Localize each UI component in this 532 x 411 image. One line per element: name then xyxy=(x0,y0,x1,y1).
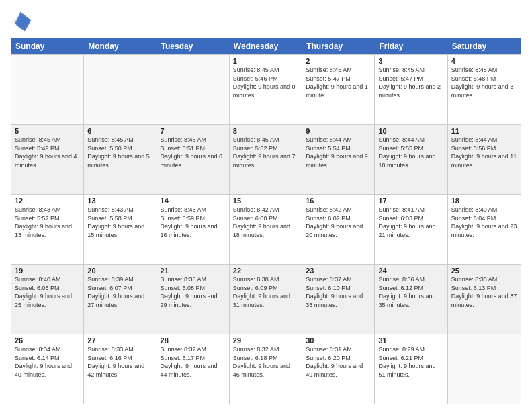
calendar-cell: 5Sunrise: 8:45 AMSunset: 5:49 PMDaylight… xyxy=(11,125,84,194)
day-number: 6 xyxy=(87,127,152,135)
day-number: 26 xyxy=(15,336,80,345)
day-number: 4 xyxy=(451,57,517,65)
calendar-row-1: 5Sunrise: 8:45 AMSunset: 5:49 PMDaylight… xyxy=(11,124,521,194)
cell-info: Sunrise: 8:45 AMSunset: 5:48 PMDaylight:… xyxy=(451,66,517,99)
calendar-cell: 21Sunrise: 8:38 AMSunset: 6:08 PMDayligh… xyxy=(157,265,230,334)
cell-info: Sunrise: 8:45 AMSunset: 5:46 PMDaylight:… xyxy=(233,66,298,99)
cell-info: Sunrise: 8:29 AMSunset: 6:21 PMDaylight:… xyxy=(378,345,443,379)
calendar-cell xyxy=(448,334,521,404)
calendar-cell: 7Sunrise: 8:45 AMSunset: 5:51 PMDaylight… xyxy=(157,125,230,194)
cell-info: Sunrise: 8:43 AMSunset: 5:57 PMDaylight:… xyxy=(15,205,80,239)
cell-info: Sunrise: 8:36 AMSunset: 6:12 PMDaylight:… xyxy=(378,275,443,309)
calendar-cell: 11Sunrise: 8:44 AMSunset: 5:56 PMDayligh… xyxy=(448,125,521,194)
cell-info: Sunrise: 8:32 AMSunset: 6:18 PMDaylight:… xyxy=(233,345,298,379)
header-day-sunday: Sunday xyxy=(11,38,84,54)
calendar-row-3: 19Sunrise: 8:40 AMSunset: 6:05 PMDayligh… xyxy=(11,264,521,334)
logo-icon xyxy=(11,11,32,32)
calendar-row-2: 12Sunrise: 8:43 AMSunset: 5:57 PMDayligh… xyxy=(11,194,521,264)
day-number: 24 xyxy=(378,267,443,275)
day-number: 30 xyxy=(306,336,371,345)
header-day-tuesday: Tuesday xyxy=(157,38,230,54)
calendar: SundayMondayTuesdayWednesdayThursdayFrid… xyxy=(11,38,521,404)
cell-info: Sunrise: 8:45 AMSunset: 5:52 PMDaylight:… xyxy=(233,136,298,169)
cell-info: Sunrise: 8:40 AMSunset: 6:05 PMDaylight:… xyxy=(15,275,80,309)
calendar-cell: 23Sunrise: 8:37 AMSunset: 6:10 PMDayligh… xyxy=(302,265,375,334)
calendar-cell: 18Sunrise: 8:40 AMSunset: 6:04 PMDayligh… xyxy=(448,195,521,264)
day-number: 20 xyxy=(87,267,152,275)
cell-info: Sunrise: 8:39 AMSunset: 6:07 PMDaylight:… xyxy=(87,275,152,309)
calendar-cell: 3Sunrise: 8:45 AMSunset: 5:47 PMDaylight… xyxy=(375,55,447,124)
calendar-cell: 20Sunrise: 8:39 AMSunset: 6:07 PMDayligh… xyxy=(84,265,157,334)
day-number: 1 xyxy=(233,57,298,65)
cell-info: Sunrise: 8:32 AMSunset: 6:17 PMDaylight:… xyxy=(161,345,226,379)
day-number: 16 xyxy=(306,197,371,205)
day-number: 13 xyxy=(87,197,152,205)
day-number: 25 xyxy=(451,267,517,275)
cell-info: Sunrise: 8:45 AMSunset: 5:50 PMDaylight:… xyxy=(87,136,152,169)
cell-info: Sunrise: 8:35 AMSunset: 6:13 PMDaylight:… xyxy=(451,275,517,309)
page: SundayMondayTuesdayWednesdayThursdayFrid… xyxy=(0,0,532,411)
calendar-cell xyxy=(157,55,230,124)
calendar-row-0: 1Sunrise: 8:45 AMSunset: 5:46 PMDaylight… xyxy=(11,54,521,124)
day-number: 8 xyxy=(233,127,298,135)
cell-info: Sunrise: 8:37 AMSunset: 6:10 PMDaylight:… xyxy=(306,275,371,309)
calendar-cell: 30Sunrise: 8:31 AMSunset: 6:20 PMDayligh… xyxy=(302,334,375,404)
day-number: 5 xyxy=(15,127,80,135)
calendar-cell: 8Sunrise: 8:45 AMSunset: 5:52 PMDaylight… xyxy=(230,125,302,194)
day-number: 7 xyxy=(161,127,226,135)
calendar-cell xyxy=(84,55,157,124)
cell-info: Sunrise: 8:43 AMSunset: 5:59 PMDaylight:… xyxy=(161,205,226,239)
cell-info: Sunrise: 8:34 AMSunset: 6:14 PMDaylight:… xyxy=(15,345,80,379)
calendar-cell: 4Sunrise: 8:45 AMSunset: 5:48 PMDaylight… xyxy=(448,55,521,124)
cell-info: Sunrise: 8:45 AMSunset: 5:49 PMDaylight:… xyxy=(15,136,80,169)
calendar-cell: 6Sunrise: 8:45 AMSunset: 5:50 PMDaylight… xyxy=(84,125,157,194)
calendar-row-4: 26Sunrise: 8:34 AMSunset: 6:14 PMDayligh… xyxy=(11,334,521,404)
day-number: 31 xyxy=(378,336,443,345)
header xyxy=(11,11,521,32)
day-number: 14 xyxy=(161,197,226,205)
calendar-cell: 24Sunrise: 8:36 AMSunset: 6:12 PMDayligh… xyxy=(375,265,447,334)
header-day-wednesday: Wednesday xyxy=(230,38,302,54)
day-number: 22 xyxy=(233,267,298,275)
calendar-cell: 13Sunrise: 8:43 AMSunset: 5:58 PMDayligh… xyxy=(84,195,157,264)
calendar-cell: 19Sunrise: 8:40 AMSunset: 6:05 PMDayligh… xyxy=(11,265,84,334)
day-number: 12 xyxy=(15,197,80,205)
cell-info: Sunrise: 8:42 AMSunset: 6:02 PMDaylight:… xyxy=(306,205,371,239)
cell-info: Sunrise: 8:45 AMSunset: 5:47 PMDaylight:… xyxy=(306,66,371,99)
calendar-cell: 26Sunrise: 8:34 AMSunset: 6:14 PMDayligh… xyxy=(11,334,84,404)
calendar-cell: 27Sunrise: 8:33 AMSunset: 6:16 PMDayligh… xyxy=(84,334,157,404)
calendar-cell: 14Sunrise: 8:43 AMSunset: 5:59 PMDayligh… xyxy=(157,195,230,264)
calendar-cell: 22Sunrise: 8:38 AMSunset: 6:09 PMDayligh… xyxy=(230,265,302,334)
cell-info: Sunrise: 8:38 AMSunset: 6:09 PMDaylight:… xyxy=(233,275,298,309)
cell-info: Sunrise: 8:31 AMSunset: 6:20 PMDaylight:… xyxy=(306,345,371,379)
cell-info: Sunrise: 8:45 AMSunset: 5:51 PMDaylight:… xyxy=(161,136,226,169)
calendar-cell: 17Sunrise: 8:41 AMSunset: 6:03 PMDayligh… xyxy=(375,195,447,264)
calendar-cell: 16Sunrise: 8:42 AMSunset: 6:02 PMDayligh… xyxy=(302,195,375,264)
day-number: 19 xyxy=(15,267,80,275)
day-number: 23 xyxy=(306,267,371,275)
calendar-cell: 2Sunrise: 8:45 AMSunset: 5:47 PMDaylight… xyxy=(302,55,375,124)
cell-info: Sunrise: 8:33 AMSunset: 6:16 PMDaylight:… xyxy=(87,345,152,379)
calendar-cell: 31Sunrise: 8:29 AMSunset: 6:21 PMDayligh… xyxy=(375,334,447,404)
calendar-cell: 1Sunrise: 8:45 AMSunset: 5:46 PMDaylight… xyxy=(230,55,302,124)
header-day-friday: Friday xyxy=(375,38,447,54)
calendar-cell: 10Sunrise: 8:44 AMSunset: 5:55 PMDayligh… xyxy=(375,125,447,194)
cell-info: Sunrise: 8:45 AMSunset: 5:47 PMDaylight:… xyxy=(378,66,443,99)
cell-info: Sunrise: 8:41 AMSunset: 6:03 PMDaylight:… xyxy=(378,205,443,239)
calendar-cell: 29Sunrise: 8:32 AMSunset: 6:18 PMDayligh… xyxy=(230,334,302,404)
day-number: 9 xyxy=(306,127,371,135)
calendar-cell xyxy=(11,55,84,124)
day-number: 27 xyxy=(87,336,152,345)
header-day-thursday: Thursday xyxy=(302,38,375,54)
calendar-cell: 25Sunrise: 8:35 AMSunset: 6:13 PMDayligh… xyxy=(448,265,521,334)
day-number: 21 xyxy=(161,267,226,275)
svg-marker-3 xyxy=(15,12,31,32)
day-number: 28 xyxy=(161,336,226,345)
day-number: 18 xyxy=(451,197,517,205)
calendar-cell: 9Sunrise: 8:44 AMSunset: 5:54 PMDaylight… xyxy=(302,125,375,194)
cell-info: Sunrise: 8:43 AMSunset: 5:58 PMDaylight:… xyxy=(87,205,152,239)
calendar-cell: 15Sunrise: 8:42 AMSunset: 6:00 PMDayligh… xyxy=(230,195,302,264)
day-number: 2 xyxy=(306,57,371,65)
calendar-body: 1Sunrise: 8:45 AMSunset: 5:46 PMDaylight… xyxy=(11,54,521,404)
day-number: 15 xyxy=(233,197,298,205)
